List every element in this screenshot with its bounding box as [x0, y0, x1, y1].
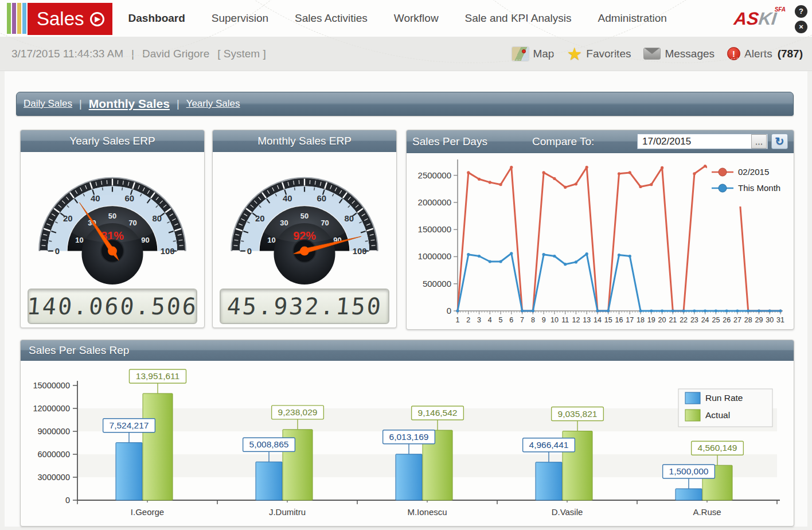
date-picker-button[interactable]: …	[751, 134, 767, 149]
monthly-lcd-display: 45.932.150	[220, 289, 389, 324]
svg-text:13: 13	[583, 316, 591, 324]
alerts-link[interactable]: ! Alerts (787)	[727, 47, 803, 60]
nav-item-supervision[interactable]: Supervision	[212, 12, 268, 25]
svg-text:20: 20	[255, 214, 265, 223]
nav-item-administration[interactable]: Administration	[598, 12, 667, 25]
svg-text:2000000: 2000000	[418, 197, 451, 207]
svg-text:50: 50	[300, 212, 309, 220]
svg-text:15000000: 15000000	[33, 381, 70, 390]
svg-text:40: 40	[283, 194, 292, 203]
svg-text:18: 18	[637, 316, 645, 324]
svg-text:29: 29	[755, 316, 763, 324]
svg-text:3000000: 3000000	[38, 473, 70, 482]
logo-arrow-icon: ▶	[90, 12, 104, 26]
session-info: 3/17/2015 11:44:33 AM | David Grigore [ …	[11, 48, 266, 60]
svg-text:90: 90	[141, 236, 149, 244]
svg-text:70: 70	[321, 219, 329, 227]
map-pin-icon	[522, 49, 526, 53]
svg-text:80: 80	[153, 214, 162, 223]
aski-logo-part1: AS	[733, 9, 760, 29]
envelope-icon	[643, 48, 661, 60]
svg-text:25: 25	[712, 316, 720, 324]
svg-text:100: 100	[161, 247, 175, 256]
svg-text:9000000: 9000000	[38, 427, 70, 436]
tab-daily-sales[interactable]: Daily Sales	[24, 98, 72, 110]
map-icon	[512, 47, 529, 61]
sales-per-rep-body: 03000000600000090000001200000015000000I.…	[21, 361, 794, 527]
monthly-gauge-body: 020406080100103050709092% 45.932.150	[213, 152, 396, 324]
main-nav: Dashboard Supervision Sales Activities W…	[128, 12, 667, 25]
tab-separator: |	[79, 98, 82, 110]
sales-logo[interactable]: Sales ▶	[7, 2, 112, 35]
svg-text:0: 0	[65, 496, 70, 505]
user-name: David Grigore	[142, 48, 209, 60]
sales-dashboard-app: Sales ▶ Dashboard Supervision Sales Acti…	[0, 0, 812, 530]
svg-text:2500000: 2500000	[418, 170, 451, 180]
svg-text:27: 27	[733, 316, 741, 324]
svg-text:5: 5	[499, 316, 503, 324]
svg-text:20: 20	[63, 214, 73, 223]
sales-per-days-header: Sales Per Days Compare To: … ↻	[407, 130, 794, 153]
yearly-sales-erp-panel: Yearly Sales ERP 02040608010010305070903…	[20, 130, 205, 328]
tab-monthly-sales[interactable]: Monthly Sales	[89, 97, 170, 111]
svg-text:31: 31	[776, 316, 784, 324]
svg-text:60: 60	[124, 194, 134, 203]
panel-title: Monthly Sales ERP	[213, 130, 396, 152]
separator: |	[131, 48, 134, 60]
svg-text:4,966,441: 4,966,441	[529, 440, 569, 450]
svg-text:I.George: I.George	[131, 507, 164, 517]
svg-text:5,008,865: 5,008,865	[249, 439, 289, 449]
svg-text:24: 24	[701, 316, 709, 324]
yearly-gauge-body: 020406080100103050709031% 140.060.506	[21, 152, 204, 324]
svg-text:28: 28	[744, 316, 752, 324]
svg-text:40: 40	[91, 194, 100, 203]
nav-item-sales-activities[interactable]: Sales Activities	[295, 12, 368, 25]
refresh-icon[interactable]: ↻	[771, 134, 788, 149]
svg-text:12000000: 12000000	[33, 404, 70, 413]
svg-text:9,238,029: 9,238,029	[278, 407, 318, 417]
svg-text:1000000: 1000000	[418, 251, 451, 261]
svg-text:10: 10	[551, 316, 559, 324]
svg-text:21: 21	[669, 316, 677, 324]
svg-text:D.Vasile: D.Vasile	[552, 507, 583, 517]
svg-text:16: 16	[615, 316, 623, 324]
nav-item-dashboard[interactable]: Dashboard	[128, 12, 185, 25]
sales-per-days-body: 0500000100000015000002000000250000012345…	[407, 153, 794, 330]
logo-text: Sales	[37, 8, 84, 30]
logo-box: Sales ▶	[28, 3, 112, 35]
svg-text:6: 6	[509, 316, 513, 324]
alert-icon: !	[727, 47, 740, 60]
svg-text:8: 8	[531, 316, 535, 324]
map-label: Map	[533, 48, 554, 60]
panel-title: Sales Per Sales Rep	[21, 340, 794, 361]
svg-text:12: 12	[572, 316, 580, 324]
close-icon[interactable]: ×	[795, 21, 807, 33]
yearly-gauge-chart: 020406080100103050709031%	[26, 153, 198, 289]
svg-text:7,524,217: 7,524,217	[110, 420, 149, 430]
compare-date-input[interactable]	[638, 136, 751, 147]
svg-text:6,013,169: 6,013,169	[389, 432, 429, 442]
svg-text:13,951,611: 13,951,611	[136, 371, 179, 381]
svg-text:J.Dumitru: J.Dumitru	[269, 507, 306, 517]
svg-text:9: 9	[542, 316, 546, 324]
compare-date-field: …	[637, 134, 768, 149]
svg-text:This Month: This Month	[738, 183, 780, 193]
favorites-link[interactable]: ★ Favorites	[567, 45, 631, 63]
favorites-label: Favorites	[586, 48, 631, 60]
svg-text:11: 11	[561, 316, 569, 324]
map-link[interactable]: Map	[512, 47, 554, 61]
svg-text:M.Ionescu: M.Ionescu	[407, 507, 447, 517]
user-role: [ System ]	[217, 48, 266, 60]
svg-text:22: 22	[680, 316, 688, 324]
svg-text:Actual: Actual	[705, 410, 730, 420]
nav-item-workflow[interactable]: Workflow	[394, 12, 439, 25]
sales-per-rep-bar-chart: 03000000600000090000001200000015000000I.…	[23, 364, 791, 525]
svg-text:60: 60	[317, 194, 326, 203]
current-datetime: 3/17/2015 11:44:33 AM	[11, 48, 123, 60]
star-icon: ★	[567, 45, 582, 63]
nav-item-sale-kpi-analysis[interactable]: Sale and KPI Analysis	[465, 12, 572, 25]
tab-yearly-sales[interactable]: Yearly Sales	[186, 98, 240, 110]
svg-text:4,560,149: 4,560,149	[698, 443, 737, 453]
messages-link[interactable]: Messages	[643, 48, 715, 60]
help-icon[interactable]: ?	[795, 5, 807, 18]
